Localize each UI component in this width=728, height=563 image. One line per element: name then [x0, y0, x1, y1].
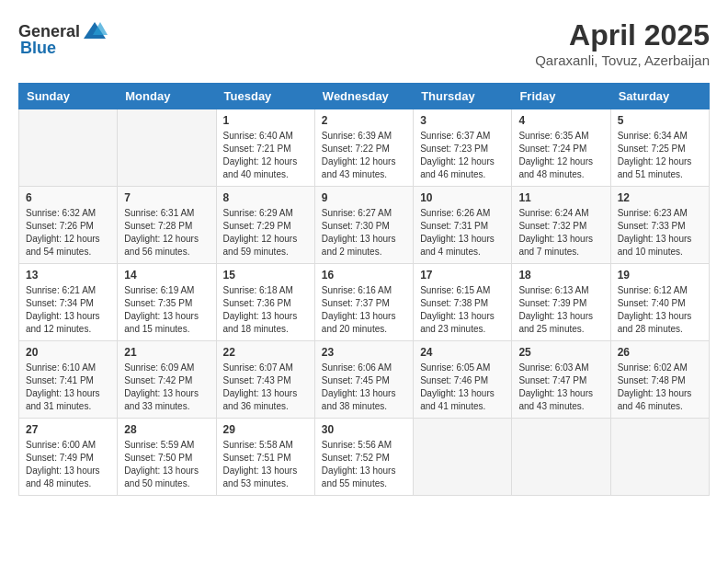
logo-icon — [82, 18, 108, 44]
calendar-cell: 17Sunrise: 6:15 AM Sunset: 7:38 PM Dayli… — [414, 264, 512, 341]
day-info: Sunrise: 6:24 AM Sunset: 7:32 PM Dayligh… — [518, 207, 603, 259]
title-block: April 2025 Qaraxanli, Tovuz, Azerbaijan — [535, 18, 710, 68]
calendar-cell: 23Sunrise: 6:06 AM Sunset: 7:45 PM Dayli… — [314, 341, 413, 419]
calendar-cell: 19Sunrise: 6:12 AM Sunset: 7:40 PM Dayli… — [610, 264, 709, 341]
day-info: Sunrise: 6:16 AM Sunset: 7:37 PM Dayligh… — [322, 284, 406, 336]
day-number: 6 — [26, 191, 110, 204]
day-info: Sunrise: 6:06 AM Sunset: 7:45 PM Dayligh… — [322, 362, 406, 413]
day-number: 24 — [420, 346, 505, 359]
calendar-cell: 22Sunrise: 6:07 AM Sunset: 7:43 PM Dayli… — [216, 341, 314, 419]
day-info: Sunrise: 6:39 AM Sunset: 7:22 PM Dayligh… — [322, 130, 406, 181]
weekday-header-saturday: Saturday — [610, 84, 709, 109]
day-number: 8 — [223, 191, 308, 204]
day-info: Sunrise: 6:26 AM Sunset: 7:31 PM Dayligh… — [420, 207, 505, 259]
day-number: 13 — [26, 269, 110, 282]
weekday-header-wednesday: Wednesday — [314, 84, 413, 109]
calendar-cell: 4Sunrise: 6:35 AM Sunset: 7:24 PM Daylig… — [512, 109, 610, 187]
day-number: 1 — [223, 114, 308, 127]
day-number: 12 — [618, 191, 702, 204]
calendar-cell: 12Sunrise: 6:23 AM Sunset: 7:33 PM Dayli… — [610, 187, 709, 264]
day-info: Sunrise: 6:12 AM Sunset: 7:40 PM Dayligh… — [618, 284, 702, 336]
day-number: 4 — [518, 114, 603, 127]
day-number: 17 — [420, 269, 505, 282]
day-info: Sunrise: 6:31 AM Sunset: 7:28 PM Dayligh… — [124, 207, 209, 259]
calendar-cell — [414, 419, 512, 496]
calendar-cell: 15Sunrise: 6:18 AM Sunset: 7:36 PM Dayli… — [216, 264, 314, 341]
day-info: Sunrise: 6:13 AM Sunset: 7:39 PM Dayligh… — [518, 284, 603, 336]
calendar-cell: 27Sunrise: 6:00 AM Sunset: 7:49 PM Dayli… — [19, 419, 118, 496]
day-info: Sunrise: 6:10 AM Sunset: 7:41 PM Dayligh… — [26, 362, 110, 413]
page-header: General Blue April 2025 Qaraxanli, Tovuz… — [18, 18, 710, 68]
calendar-cell: 21Sunrise: 6:09 AM Sunset: 7:42 PM Dayli… — [118, 341, 216, 419]
weekday-header-monday: Monday — [118, 84, 216, 109]
calendar-cell: 3Sunrise: 6:37 AM Sunset: 7:23 PM Daylig… — [414, 109, 512, 187]
calendar-cell: 25Sunrise: 6:03 AM Sunset: 7:47 PM Dayli… — [512, 341, 610, 419]
day-info: Sunrise: 6:40 AM Sunset: 7:21 PM Dayligh… — [223, 130, 308, 181]
day-info: Sunrise: 6:00 AM Sunset: 7:49 PM Dayligh… — [26, 439, 110, 490]
day-info: Sunrise: 6:02 AM Sunset: 7:48 PM Dayligh… — [618, 362, 702, 413]
calendar-cell: 16Sunrise: 6:16 AM Sunset: 7:37 PM Dayli… — [314, 264, 413, 341]
day-number: 25 — [518, 346, 603, 359]
day-number: 10 — [420, 191, 505, 204]
weekday-header-friday: Friday — [512, 84, 610, 109]
day-info: Sunrise: 6:18 AM Sunset: 7:36 PM Dayligh… — [223, 284, 308, 336]
calendar-cell: 29Sunrise: 5:58 AM Sunset: 7:51 PM Dayli… — [216, 419, 314, 496]
calendar-cell — [512, 419, 610, 496]
day-info: Sunrise: 6:07 AM Sunset: 7:43 PM Dayligh… — [223, 362, 308, 413]
day-number: 19 — [618, 269, 702, 282]
day-number: 3 — [420, 114, 505, 127]
day-info: Sunrise: 6:27 AM Sunset: 7:30 PM Dayligh… — [322, 207, 406, 259]
calendar-cell: 30Sunrise: 5:56 AM Sunset: 7:52 PM Dayli… — [314, 419, 413, 496]
calendar-cell: 2Sunrise: 6:39 AM Sunset: 7:22 PM Daylig… — [314, 109, 413, 187]
weekday-header-tuesday: Tuesday — [216, 84, 314, 109]
day-info: Sunrise: 6:15 AM Sunset: 7:38 PM Dayligh… — [420, 284, 505, 336]
calendar-table: SundayMondayTuesdayWednesdayThursdayFrid… — [18, 83, 710, 496]
logo-blue: Blue — [20, 39, 56, 58]
calendar-cell: 24Sunrise: 6:05 AM Sunset: 7:46 PM Dayli… — [414, 341, 512, 419]
calendar-cell: 28Sunrise: 5:59 AM Sunset: 7:50 PM Dayli… — [118, 419, 216, 496]
calendar-cell: 5Sunrise: 6:34 AM Sunset: 7:25 PM Daylig… — [610, 109, 709, 187]
calendar-cell: 20Sunrise: 6:10 AM Sunset: 7:41 PM Dayli… — [19, 341, 118, 419]
day-number: 28 — [124, 423, 209, 436]
month-year: April 2025 — [535, 18, 710, 52]
location: Qaraxanli, Tovuz, Azerbaijan — [535, 52, 710, 68]
day-number: 16 — [322, 269, 406, 282]
day-number: 30 — [322, 423, 406, 436]
calendar-cell — [118, 109, 216, 187]
day-info: Sunrise: 6:37 AM Sunset: 7:23 PM Dayligh… — [420, 130, 505, 181]
day-number: 9 — [322, 191, 406, 204]
day-number: 20 — [26, 346, 110, 359]
calendar-cell: 26Sunrise: 6:02 AM Sunset: 7:48 PM Dayli… — [610, 341, 709, 419]
calendar-cell: 9Sunrise: 6:27 AM Sunset: 7:30 PM Daylig… — [314, 187, 413, 264]
day-number: 29 — [223, 423, 308, 436]
weekday-header-thursday: Thursday — [414, 84, 512, 109]
calendar-cell: 18Sunrise: 6:13 AM Sunset: 7:39 PM Dayli… — [512, 264, 610, 341]
day-info: Sunrise: 6:29 AM Sunset: 7:29 PM Dayligh… — [223, 207, 308, 259]
logo: General Blue — [18, 18, 108, 58]
calendar-cell: 6Sunrise: 6:32 AM Sunset: 7:26 PM Daylig… — [19, 187, 118, 264]
day-number: 21 — [124, 346, 209, 359]
day-info: Sunrise: 5:59 AM Sunset: 7:50 PM Dayligh… — [124, 439, 209, 490]
day-number: 26 — [618, 346, 702, 359]
calendar-cell: 7Sunrise: 6:31 AM Sunset: 7:28 PM Daylig… — [118, 187, 216, 264]
day-number: 7 — [124, 191, 209, 204]
day-info: Sunrise: 6:09 AM Sunset: 7:42 PM Dayligh… — [124, 362, 209, 413]
day-info: Sunrise: 6:21 AM Sunset: 7:34 PM Dayligh… — [26, 284, 110, 336]
day-number: 27 — [26, 423, 110, 436]
day-info: Sunrise: 5:58 AM Sunset: 7:51 PM Dayligh… — [223, 439, 308, 490]
day-number: 14 — [124, 269, 209, 282]
day-info: Sunrise: 6:32 AM Sunset: 7:26 PM Dayligh… — [26, 207, 110, 259]
day-number: 23 — [322, 346, 406, 359]
day-number: 11 — [518, 191, 603, 204]
calendar-cell: 11Sunrise: 6:24 AM Sunset: 7:32 PM Dayli… — [512, 187, 610, 264]
day-info: Sunrise: 6:19 AM Sunset: 7:35 PM Dayligh… — [124, 284, 209, 336]
day-info: Sunrise: 6:35 AM Sunset: 7:24 PM Dayligh… — [518, 130, 603, 181]
calendar-cell: 14Sunrise: 6:19 AM Sunset: 7:35 PM Dayli… — [118, 264, 216, 341]
calendar-cell: 1Sunrise: 6:40 AM Sunset: 7:21 PM Daylig… — [216, 109, 314, 187]
day-info: Sunrise: 6:03 AM Sunset: 7:47 PM Dayligh… — [518, 362, 603, 413]
day-number: 15 — [223, 269, 308, 282]
calendar-cell — [19, 109, 118, 187]
day-number: 22 — [223, 346, 308, 359]
calendar-cell: 8Sunrise: 6:29 AM Sunset: 7:29 PM Daylig… — [216, 187, 314, 264]
day-number: 5 — [618, 114, 702, 127]
